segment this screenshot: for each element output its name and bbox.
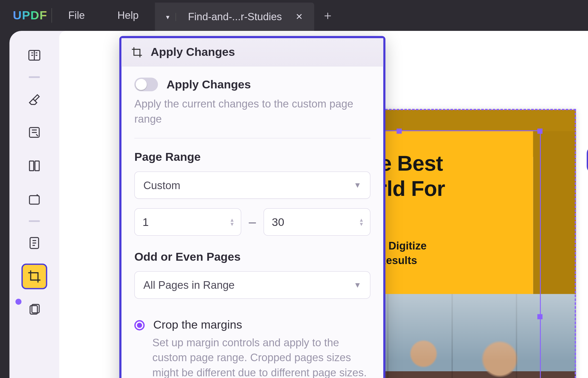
chevron-down-icon: ▼ (354, 281, 361, 290)
edit-text-tool-icon[interactable] (22, 120, 47, 145)
page-range-select[interactable]: Custom ▼ (134, 171, 370, 199)
odd-even-select[interactable]: All Pages in Range ▼ (134, 271, 370, 299)
svg-rect-3 (35, 161, 39, 171)
apply-changes-panel: Apply Changes Apply Changes Apply the cu… (119, 36, 385, 378)
svg-rect-2 (29, 161, 34, 171)
close-tab-icon[interactable]: ✕ (290, 12, 303, 22)
apply-changes-help: Apply the current changes to the custom … (134, 97, 370, 126)
crop-margins-option[interactable]: Crop the margins (134, 319, 370, 332)
chevron-down-icon: ▼ (354, 181, 361, 190)
page-range-heading: Page Range (134, 150, 370, 164)
highlight-tool-icon[interactable] (22, 86, 47, 111)
tab-menu-icon[interactable]: ▾ (166, 13, 176, 21)
odd-even-value: All Pages in Range (143, 279, 235, 291)
apply-changes-toggle[interactable] (134, 77, 158, 91)
new-tab-button[interactable]: ＋ (314, 0, 342, 31)
stepper-icon[interactable]: ▲▼ (359, 218, 364, 226)
crop-tool-icon[interactable] (22, 264, 47, 289)
panel-title: Apply Changes (151, 45, 235, 59)
crop-margins-label: Crop the margins (153, 319, 242, 332)
page-to-field[interactable]: 30 ▲▼ (264, 208, 371, 236)
reader-mode-icon[interactable] (22, 43, 47, 68)
crop-icon (131, 46, 143, 58)
left-toolbar (10, 31, 59, 378)
document-canvas[interactable]: Crop ply For the Best n The World For r … (59, 31, 588, 378)
organize-pages-icon[interactable] (22, 297, 47, 322)
crop-margins-desc: Set up margin controls and apply to the … (152, 335, 370, 378)
range-dash: – (249, 215, 256, 229)
separator (29, 220, 40, 222)
app-logo: UPDF (0, 9, 51, 22)
crop-handle[interactable] (537, 129, 542, 134)
radio-checked-icon[interactable] (134, 320, 145, 330)
odd-even-heading: Odd or Even Pages (134, 250, 370, 264)
sign-tool-icon[interactable] (22, 187, 47, 212)
form-tool-icon[interactable] (22, 154, 47, 178)
menu-file[interactable]: File (52, 10, 101, 22)
page-range-value: Custom (143, 179, 180, 191)
menu-help[interactable]: Help (101, 10, 155, 22)
active-tool-indicator (15, 299, 21, 304)
apply-changes-toggle-label: Apply Changes (167, 78, 251, 91)
svg-rect-4 (29, 196, 39, 204)
crop-handle[interactable] (537, 314, 542, 319)
separator (29, 76, 40, 78)
page-from-field[interactable]: 1 ▲▼ (134, 208, 241, 236)
crop-handle[interactable] (397, 129, 402, 134)
stepper-icon[interactable]: ▲▼ (230, 218, 235, 226)
tab-title: Find-and-...r-Studies (188, 11, 282, 23)
document-tab[interactable]: ▾ Find-and-...r-Studies ✕ (155, 3, 314, 31)
ocr-tool-icon[interactable] (22, 231, 47, 256)
